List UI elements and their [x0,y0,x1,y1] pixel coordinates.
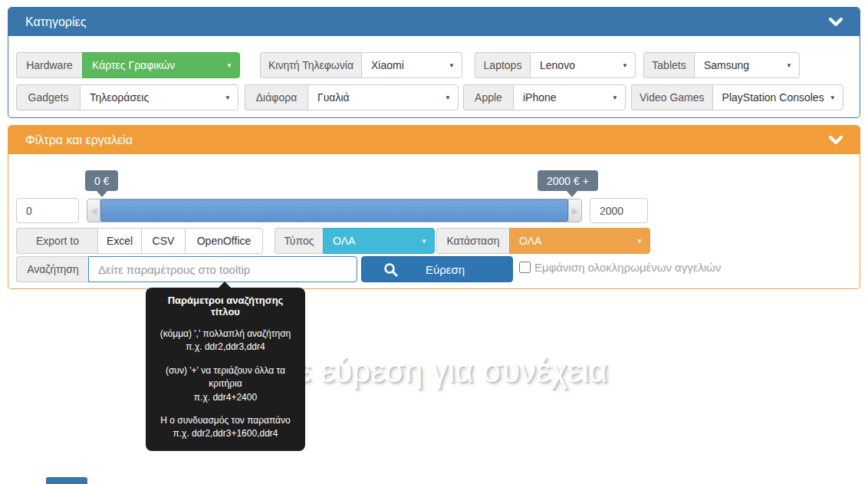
type-group: Τύπος ΟΛΑ ▼ [275,228,435,254]
type-select[interactable]: ΟΛΑ ▼ [323,228,435,254]
selected-value: ΟΛΑ [519,235,541,247]
next-panel-header-peek [46,477,87,484]
condition-select[interactable]: ΟΛΑ ▼ [509,228,650,254]
filters-panel-title: Φίλτρα και εργαλεία [25,133,133,147]
selected-value: Xiaomi [371,59,404,71]
show-completed-label: Εμφάνιση ολοκληρωμένων αγγελιών [534,261,722,274]
price-max-input[interactable] [590,198,648,223]
search-button[interactable]: Εύρεση [361,256,513,282]
price-min-input[interactable] [16,198,79,223]
export-label: Export to [16,228,98,254]
categories-panel-header[interactable]: Κατηγορίες [8,8,860,36]
category-group-mobile: Κινητή Τηλεφωνία Xiaomi ▼ [260,52,462,78]
categories-panel: Κατηγορίες Hardware Κάρτες Γραφικών ▼ Κι… [8,7,860,118]
search-tooltip: Παράμετροι αναζήτησης τίτλου (κόμμα) ','… [146,288,305,451]
type-label: Τύπος [275,228,323,254]
category-label: Tablets [643,52,694,78]
price-slider-max-handle[interactable]: ▶ [568,199,581,222]
dropdown-arrow-icon: ▼ [449,62,455,69]
tooltip-paragraph: Η ο συνδυασμός τον παραπάνο π.χ. ddr2,dd… [152,414,299,441]
export-group: Export to Excel CSV OpenOffice [16,228,263,254]
dropdown-arrow-icon: ▼ [636,238,643,245]
export-openoffice-button[interactable]: OpenOffice [185,228,263,254]
dropdown-arrow-icon: ▼ [226,62,232,69]
filters-panel: Φίλτρα και εργαλεία 0 € 2000 € + ◀ ▶ Exp… [8,125,860,289]
category-select-tablets[interactable]: Samsung ▼ [694,52,800,78]
tooltip-paragraph: (συν) '+' να τεριάζουν όλλα τα κριτήρια … [152,364,299,404]
search-icon [383,262,398,277]
search-input[interactable] [88,256,357,282]
filters-panel-header[interactable]: Φίλτρα και εργαλεία [8,126,860,154]
dropdown-arrow-icon: ▼ [786,62,792,69]
dropdown-arrow-icon: ▼ [612,94,618,101]
bubble-caret [567,191,577,197]
category-row-2: Gadgets Τηλεοράσεις ▼ Διάφορα Γυαλιά ▼ A… [8,84,860,110]
show-completed-checkbox-row: Εμφάνιση ολοκληρωμένων αγγελιών [519,261,722,274]
tooltip-arrow-icon [219,282,231,288]
selected-value: PlayStation Consoles [722,91,824,104]
dropdown-arrow-icon: ▼ [622,62,628,69]
dropdown-arrow-icon: ▼ [445,94,451,101]
selected-value: Samsung [704,59,749,71]
condition-group: Κατάσταση ΟΛΑ ▼ [436,228,650,254]
bubble-caret [97,191,107,197]
show-completed-checkbox[interactable] [519,262,531,273]
chevron-down-icon[interactable] [829,136,843,145]
selected-value: iPhone [523,91,557,104]
category-select-video-games[interactable]: PlayStation Consoles ▼ [712,84,843,110]
selected-value: Lenovo [540,59,575,71]
category-group-hardware: Hardware Κάρτες Γραφικών ▼ [16,52,240,78]
dropdown-arrow-icon: ▼ [830,94,836,101]
selected-value: ΟΛΑ [333,235,355,247]
category-label: Διάφορα [245,84,307,110]
category-group-laptops: Laptops Lenovo ▼ [475,52,636,78]
search-button-label: Εύρεση [398,263,492,276]
category-select-apple[interactable]: iPhone ▼ [513,84,626,110]
category-row-1: Hardware Κάρτες Γραφικών ▼ Κινητή Τηλεφω… [8,52,860,78]
condition-label: Κατάσταση [436,228,509,254]
dropdown-arrow-icon: ▼ [421,238,427,245]
selected-value: Τηλεοράσεις [90,91,149,104]
price-slider[interactable]: ◀ ▶ [87,199,582,222]
category-label: Apple [463,84,513,110]
page: Κατηγορίες Hardware Κάρτες Γραφικών ▼ Κι… [0,0,868,484]
category-group-video-games: Video Games PlayStation Consoles ▼ [631,84,835,110]
dropdown-arrow-icon: ▼ [225,94,231,101]
search-label: Αναζήτηση [16,256,89,282]
category-group-gadgets: Gadgets Τηλεοράσεις ▼ [16,84,238,110]
category-group-misc: Διάφορα Γυαλιά ▼ [245,84,459,110]
categories-panel-title: Κατηγορίες [25,15,86,29]
category-group-apple: Apple iPhone ▼ [463,84,626,110]
category-select-gadgets[interactable]: Τηλεοράσεις ▼ [80,84,238,110]
export-excel-button[interactable]: Excel [97,228,142,254]
price-slider-fill [100,199,568,222]
category-label: Video Games [631,84,712,110]
price-slider-min-handle[interactable]: ◀ [87,199,100,222]
tooltip-title: Παράμετροι αναζήτησης τίτλου [152,295,299,318]
category-label: Laptops [475,52,530,78]
price-min-bubble: 0 € [85,170,118,191]
category-group-tablets: Tablets Samsung ▼ [643,52,800,78]
export-csv-button[interactable]: CSV [141,228,186,254]
tooltip-paragraph: (κόμμα) ',' πολλαπλή αναζήτηση π.χ. ddr2… [152,328,299,354]
category-select-mobile[interactable]: Xiaomi ▼ [361,52,462,78]
category-label: Κινητή Τηλεφωνία [260,52,361,78]
selected-value: Κάρτες Γραφικών [92,59,175,71]
selected-value: Γυαλιά [317,91,350,104]
chevron-down-icon[interactable] [829,18,843,27]
category-select-hardware[interactable]: Κάρτες Γραφικών ▼ [82,52,240,78]
category-select-misc[interactable]: Γυαλιά ▼ [307,84,459,110]
price-max-bubble: 2000 € + [538,170,598,191]
category-label: Gadgets [16,84,80,110]
category-label: Hardware [16,52,82,78]
category-select-laptops[interactable]: Lenovo ▼ [530,52,636,78]
